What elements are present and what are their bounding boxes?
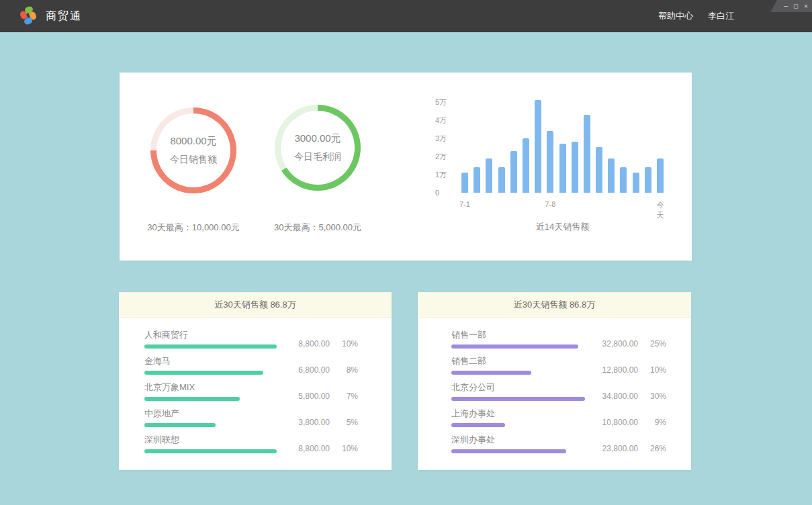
department-ranking-title: 近30天销售额 86.8万 [418,292,691,318]
profit-30day-max-note: 30天最高：5,000.00元 [244,222,392,234]
rank-values: 6,800.008% [277,356,358,375]
rank-bar-track [451,371,585,375]
rank-percent: 26% [647,444,666,453]
rank-amount: 3,800.00 [288,418,330,427]
chart-x-axis: 7-17-8今天 [461,200,664,210]
chart-bar [633,173,639,193]
app-title: 商贸通 [46,0,82,32]
rank-percent: 30% [647,392,666,401]
chart-bar [547,131,553,193]
chart-bar [535,100,541,193]
today-profit-gauge: 3000.00元 今日毛利润 [275,105,361,191]
rank-item: 上海办事处 [451,408,585,427]
rank-item: 深圳联想 [144,434,277,453]
rank-item: 深圳办事处 [451,434,585,453]
rank-row: 中原地产3,800.005% [144,408,358,427]
close-button[interactable]: ✕ [804,0,808,12]
chart-bar [645,167,651,193]
customer-ranking-title: 近30天销售额 86.8万 [119,292,392,318]
titlebar: 商贸通 帮助中心 李白江 — □ ✕ [0,0,812,32]
rank-item-name: 上海办事处 [451,408,585,418]
rank-bar [144,345,277,349]
rank-values: 32,800.0025% [585,330,666,349]
help-center-link[interactable]: 帮助中心 [658,10,693,22]
rank-percent: 10% [339,339,358,349]
chart-bar [596,147,602,193]
rank-percent: 9% [647,418,666,427]
rank-item: 金海马 [144,356,277,375]
maximize-button[interactable]: □ [794,0,798,12]
rank-amount: 8,800.00 [288,444,330,453]
department-ranking-list: 销售一部32,800.0025%销售二部12,800.0010%北京分公司34,… [418,318,691,453]
rank-values: 3,800.005% [277,408,358,427]
rank-row: 上海办事处10,800.009% [451,408,666,427]
rank-row: 人和商贸行8,800.0010% [144,330,358,349]
department-ranking-card: 近30天销售额 86.8万 销售一部32,800.0025%销售二部12,800… [418,292,691,470]
rank-values: 23,800.0026% [585,434,666,453]
overview-card: 8000.00元 今日销售额 30天最高：10,000.00元 3000.00元… [120,73,692,261]
rank-item-name: 销售一部 [451,330,585,340]
y-tick-label: 4万 [435,116,447,125]
rank-item-name: 销售二部 [451,356,585,366]
rank-bar-track [144,449,277,453]
rank-item: 人和商贸行 [144,330,277,349]
rank-item-name: 金海马 [144,356,277,366]
rank-item-name: 北京万象MIX [144,382,277,392]
rank-bar-track [144,371,277,375]
rank-bar [451,371,531,375]
rank-item-name: 人和商贸行 [144,330,277,340]
titlebar-nav: 帮助中心 李白江 [658,0,734,32]
rank-bar [144,397,240,401]
today-profit-gauge-center: 3000.00元 今日毛利润 [281,111,355,185]
chart-bar [559,144,566,193]
rank-row: 销售一部32,800.0025% [451,330,666,349]
rank-item-name: 中原地产 [144,408,277,418]
chart-bar [523,138,529,193]
rank-percent: 5% [339,418,358,427]
x-tick-label: 今天 [657,200,664,220]
chart-bar [608,158,615,193]
rank-bar-track [451,449,585,453]
rank-item-name: 深圳联想 [144,434,277,445]
rank-amount: 34,800.00 [596,392,638,401]
rank-item-name: 北京分公司 [451,382,585,392]
rank-bar-track [451,345,585,349]
rank-amount: 32,800.00 [596,339,638,349]
rank-bar [451,449,566,453]
rank-row: 深圳联想8,800.0010% [144,434,358,453]
rank-bar [144,423,216,427]
rank-item: 销售二部 [451,356,585,375]
rank-bar [451,345,578,349]
today-profit-value: 3000.00元 [294,132,341,145]
rank-values: 12,800.0010% [585,356,666,375]
chart-bar [572,142,578,193]
rank-bar-track [144,397,277,401]
chart-bar [620,167,627,193]
chart-bar [473,167,480,193]
rank-values: 8,800.0010% [277,330,358,349]
rank-bar [451,423,505,427]
rank-bar-track [451,423,585,427]
rank-item-name: 深圳办事处 [451,434,585,445]
chart-bar [486,158,492,193]
rank-amount: 5,800.00 [288,392,330,401]
rank-amount: 12,800.00 [596,365,638,375]
rank-amount: 8,800.00 [288,339,330,349]
chart-bar [510,151,517,193]
user-name-link[interactable]: 李白江 [708,10,734,22]
rank-bar-track [144,423,277,427]
rank-amount: 10,800.00 [596,418,638,427]
rank-bar [144,449,277,453]
rank-row: 北京分公司34,800.0030% [451,382,666,401]
minimize-button[interactable]: — [784,0,788,12]
x-tick-label: 7-8 [545,200,555,208]
today-sales-label: 今日销售额 [170,154,217,166]
rank-item: 销售一部 [451,330,585,349]
rank-row: 金海马6,800.008% [144,356,358,375]
rank-item: 北京分公司 [451,382,585,401]
rank-amount: 23,800.00 [596,444,638,453]
sales-trend-bar-chart [461,92,664,193]
today-profit-label: 今日毛利润 [294,151,341,163]
y-tick-label: 2万 [435,152,447,161]
chart-bar [657,158,664,193]
